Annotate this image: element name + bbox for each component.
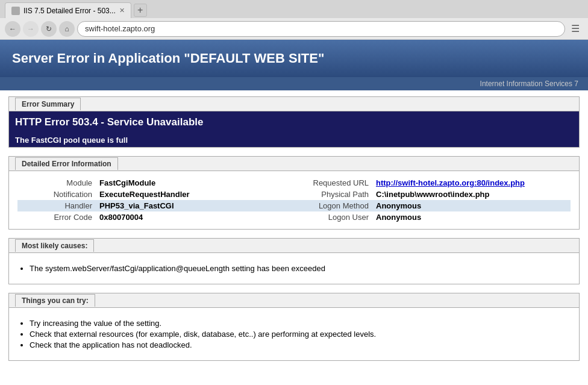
error-title: HTTP Error 503.4 - Service Unavailable [9,111,579,133]
detail-label: Module [17,177,96,189]
detailed-error-body: ModuleFastCgiModuleNotificationExecuteRe… [9,171,579,229]
try-title: Things you can try: [15,294,95,307]
forward-button[interactable]: → [23,21,39,37]
error-summary-body: HTTP Error 503.4 - Service Unavailable T… [9,111,579,147]
address-bar[interactable] [77,21,565,37]
tab-favicon [11,7,20,15]
detail-value[interactable]: http://swift-hotel.zapto.org:80/index.ph… [372,177,571,189]
tab-close-button[interactable]: ✕ [119,7,125,14]
detail-value: C:\inetpub\wwwroot\index.php [372,189,571,200]
detailed-error-header: Detailed Error Information [9,157,579,171]
try-list: Try increasing the value of the setting.… [30,319,571,349]
detail-columns: ModuleFastCgiModuleNotificationExecuteRe… [17,177,571,223]
causes-title: Most likely causes: [15,239,94,252]
detail-value: PHP53_via_FastCGI [96,200,294,211]
detailed-error-title: Detailed Error Information [15,157,118,170]
detail-value: FastCgiModule [96,177,294,189]
table-row: Error Code0x80070004 [17,211,294,223]
detail-label: Physical Path [294,189,372,200]
table-row: Physical PathC:\inetpub\wwwroot\index.ph… [294,189,571,200]
detail-label: Logon Method [294,200,372,211]
home-button[interactable]: ⌂ [59,21,75,37]
browser-tab[interactable]: IIS 7.5 Detailed Error - 503... ✕ [5,2,131,18]
detail-left-table: ModuleFastCgiModuleNotificationExecuteRe… [17,177,294,223]
list-item: Check that external resources (for examp… [30,330,571,339]
table-row: Requested URLhttp://swift-hotel.zapto.or… [294,177,571,189]
tab-title: IIS 7.5 Detailed Error - 503... [23,7,116,15]
browser-controls: ← → ↻ ⌂ ☰ [0,18,588,40]
detail-value: Anonymous [372,200,571,211]
detail-label: Error Code [17,211,96,223]
detail-value: Anonymous [372,211,571,223]
detail-right-table: Requested URLhttp://swift-hotel.zapto.or… [294,177,571,223]
list-item: Check that the application has not deadl… [30,340,571,349]
error-summary-section: Error Summary HTTP Error 503.4 - Service… [8,96,580,148]
table-row: HandlerPHP53_via_FastCGI [17,200,294,211]
causes-list: The system.webServer/fastCgi/application… [30,264,571,273]
back-button[interactable]: ← [5,21,20,37]
detail-link[interactable]: http://swift-hotel.zapto.org:80/index.ph… [376,178,525,187]
table-row: Logon MethodAnonymous [294,200,571,211]
error-subtitle: The FastCGI pool queue is full [9,133,579,147]
table-row: Logon UserAnonymous [294,211,571,223]
detail-label: Requested URL [294,177,372,189]
new-tab-button[interactable]: + [134,4,147,17]
try-body: Try increasing the value of the setting.… [9,308,579,360]
causes-body: The system.webServer/fastCgi/application… [9,253,579,284]
tab-bar: IIS 7.5 Detailed Error - 503... ✕ + [0,0,588,18]
try-section: Things you can try: Try increasing the v… [8,293,580,361]
detail-value: 0x80070004 [96,211,294,223]
detail-label: Logon User [294,211,372,223]
table-row: NotificationExecuteRequestHandler [17,189,294,200]
causes-header: Most likely causes: [9,239,579,253]
causes-section: Most likely causes: The system.webServer… [8,238,580,284]
refresh-button[interactable]: ↻ [41,21,57,37]
page-title: Server Error in Application "DEFAULT WEB… [12,51,576,66]
detailed-error-section: Detailed Error Information ModuleFastCgi… [8,156,580,230]
detail-label: Notification [17,189,96,200]
table-row: ModuleFastCgiModule [17,177,294,189]
list-item: Try increasing the value of the setting. [30,319,571,328]
error-summary-title: Error Summary [15,98,81,110]
detail-label: Handler [17,200,96,211]
detail-left-col: ModuleFastCgiModuleNotificationExecuteRe… [17,177,294,223]
iis-branding: Internet Information Services 7 [0,77,588,90]
detail-value: ExecuteRequestHandler [96,189,294,200]
error-summary-header: Error Summary [9,97,579,111]
try-header: Things you can try: [9,293,579,308]
browser-chrome: IIS 7.5 Detailed Error - 503... ✕ + ← → … [0,0,588,40]
page-header: Server Error in Application "DEFAULT WEB… [0,40,588,77]
menu-button[interactable]: ☰ [568,21,583,37]
detail-right-col: Requested URLhttp://swift-hotel.zapto.or… [294,177,571,223]
content-area: Error Summary HTTP Error 503.4 - Service… [0,90,588,375]
list-item: The system.webServer/fastCgi/application… [30,264,571,273]
